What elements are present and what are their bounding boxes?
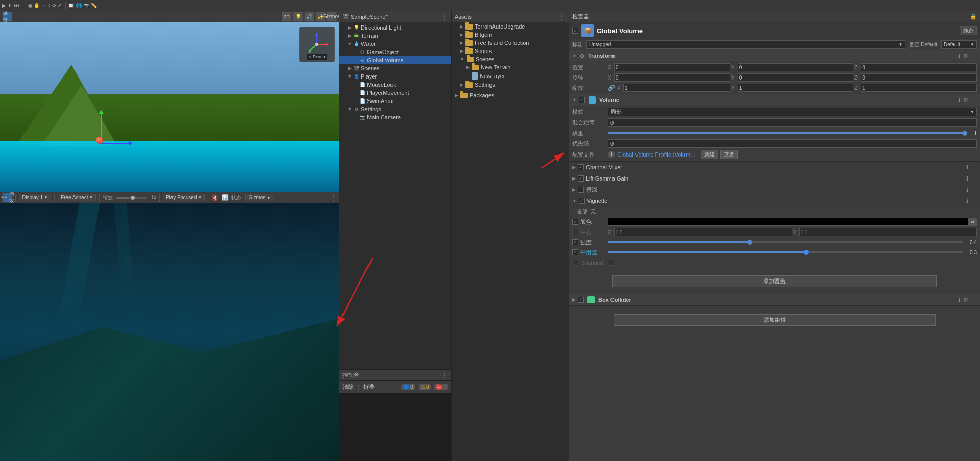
channel-mixer-checkbox[interactable]: ✓: [578, 164, 584, 170]
clear-btn[interactable]: 清除: [342, 383, 354, 391]
hierarchy-item-swimarea[interactable]: 📄 SwimArea: [339, 97, 451, 105]
game-canvas[interactable]: [0, 203, 339, 461]
dof-info-icon[interactable]: ℹ: [966, 187, 968, 193]
layer-dropdown[interactable]: Default ▼: [941, 40, 977, 49]
box-collider-checkbox[interactable]: ✓: [578, 297, 584, 303]
play-focused-btn[interactable]: Play Focused ▼: [163, 194, 205, 201]
vignette-header[interactable]: ▼ ✓ Vignette ℹ ⋮: [569, 195, 980, 207]
rot-y-input[interactable]: [738, 73, 854, 82]
mode-dropdown[interactable]: 局部 ▼: [608, 108, 977, 116]
transform-header[interactable]: ▼ ⊕ Transform ℹ ⚙ ⋮: [569, 50, 980, 61]
transform-info-icon[interactable]: ℹ: [958, 53, 960, 59]
assets-item-new-terrain[interactable]: ▶ New Terrain: [452, 63, 569, 71]
rot-x-input[interactable]: [614, 73, 730, 82]
object-active-checkbox[interactable]: ✓: [572, 28, 578, 34]
intensity-slider-track[interactable]: [608, 241, 963, 243]
scene-tab[interactable]: 场景: [2, 12, 12, 22]
console-tab-label[interactable]: 控制台: [342, 371, 359, 379]
lgg-more-icon[interactable]: ⋮: [971, 175, 977, 182]
console-more-btn[interactable]: ⋮: [441, 371, 448, 379]
transform-more-icon[interactable]: ⋮: [971, 53, 977, 59]
blend-dist-input[interactable]: [608, 118, 977, 127]
hierarchy-item-mouselook[interactable]: 📄 MouseLook: [339, 81, 451, 89]
assets-item-settings[interactable]: ▶ Settings: [452, 81, 569, 89]
rounded-value-checkbox[interactable]: [608, 260, 614, 266]
scale-y-input[interactable]: [738, 84, 854, 92]
hierarchy-more-btn[interactable]: ⋮: [441, 13, 448, 21]
vig-more-icon[interactable]: ⋮: [971, 198, 977, 204]
hierarchy-item-maincamera[interactable]: 📷 Main Camera: [339, 113, 451, 121]
channel-mixer-header[interactable]: ▶ ✓ Channel Mixer ℹ ⋮: [569, 162, 980, 173]
static-badge[interactable]: 静态: [960, 26, 977, 35]
persp-label[interactable]: < Persp: [307, 54, 327, 60]
hierarchy-item-directional-light[interactable]: ▶ 💡 Directional Light: [339, 23, 451, 32]
inspector-lock-icon[interactable]: 🔒: [970, 13, 977, 20]
bc-menu-icon[interactable]: ⚙: [963, 297, 968, 303]
color-checkbox[interactable]: ✓: [572, 219, 578, 225]
pos-z-input[interactable]: [861, 63, 977, 71]
hierarchy-item-scenes[interactable]: ▶ 🎬 Scenes: [339, 64, 451, 72]
volume-active-checkbox[interactable]: ✓: [579, 97, 585, 103]
box-collider-header[interactable]: ▶ ✓ Box Collider ℹ ⚙ ⋮: [569, 294, 980, 305]
display-btn[interactable]: Display 1 ▼: [19, 194, 51, 201]
depth-field-header[interactable]: ▶ 景深 ℹ ⋮: [569, 184, 980, 195]
volume-menu-icon[interactable]: ⚙: [963, 97, 968, 104]
vignette-main-checkbox[interactable]: ✓: [579, 198, 585, 204]
hierarchy-item-terrain[interactable]: ▶ 🏔 Terrain: [339, 32, 451, 40]
lgg-info-icon[interactable]: ℹ: [966, 175, 968, 182]
audio-btn[interactable]: 🔊: [304, 12, 314, 22]
2d-btn[interactable]: 2D: [282, 12, 292, 22]
profile-link[interactable]: Global Volume Profile (Volume Pro: [617, 151, 699, 158]
assets-item-scripts[interactable]: ▶ Scripts: [452, 47, 569, 55]
stats-btn[interactable]: 📊: [222, 194, 229, 201]
pos-x-input[interactable]: [614, 63, 730, 71]
none-label[interactable]: 无: [591, 208, 596, 215]
assets-item-free-island[interactable]: ▶ Free Island Collection: [452, 39, 569, 47]
volume-more-icon[interactable]: ⋮: [971, 97, 977, 104]
hierarchy-item-global-volume[interactable]: ◉ Global Volume: [339, 56, 451, 64]
transform-menu-icon[interactable]: ⚙: [963, 53, 968, 59]
weight-slider-track[interactable]: [608, 132, 965, 134]
collapse-btn[interactable]: 折叠: [363, 383, 375, 391]
lift-gamma-checkbox[interactable]: ✓: [578, 175, 584, 182]
light-btn[interactable]: 💡: [293, 12, 303, 22]
hierarchy-item-gameobject[interactable]: ⬡ GameObject: [339, 48, 451, 56]
smoothness-slider-track[interactable]: [608, 251, 963, 253]
assets-item-terrain-autoupgrade[interactable]: ▶ TerrainAutoUpgrade: [452, 22, 569, 31]
hierarchy-item-player[interactable]: ▼ 👤 Player: [339, 72, 451, 81]
volume-info-icon[interactable]: ℹ: [958, 97, 960, 104]
volume-header[interactable]: ▼ ✓ Volume ℹ ⚙ ⋮: [569, 94, 980, 106]
assets-item-scenes[interactable]: ▼ Scenes: [452, 55, 569, 63]
scene-gizmos[interactable]: Gizmos: [327, 12, 337, 22]
intensity-checkbox[interactable]: ✓: [572, 239, 578, 245]
lift-gamma-header[interactable]: ▶ ✓ Lift Gamma Gain ℹ ⋮: [569, 173, 980, 184]
dof-more-icon[interactable]: ⋮: [971, 187, 977, 193]
bc-more-icon[interactable]: ⋮: [971, 297, 977, 303]
hierarchy-item-settings[interactable]: ▼ ⚙ Settings: [339, 105, 451, 113]
dof-checkbox[interactable]: [578, 187, 584, 193]
assets-more-btn[interactable]: ⋮: [558, 13, 566, 21]
profile-new-btn[interactable]: 新建: [701, 150, 718, 159]
center-x-input[interactable]: [614, 228, 792, 236]
assets-item-bitgem[interactable]: ▶ Bitgem: [452, 31, 569, 39]
assets-item-packages[interactable]: ▶ Packages: [452, 91, 569, 99]
bc-info-icon[interactable]: ℹ: [958, 297, 960, 303]
vignette-color-bar[interactable]: [608, 218, 969, 226]
pos-y-input[interactable]: [738, 63, 854, 71]
assets-tab-label[interactable]: Assets: [455, 14, 472, 20]
scale-x-input[interactable]: [623, 84, 730, 92]
tag-dropdown[interactable]: Untagged ▼: [586, 40, 905, 49]
smoothness-checkbox[interactable]: ✓: [572, 249, 578, 255]
center-y-input[interactable]: [799, 228, 977, 236]
priority-input[interactable]: [608, 139, 977, 148]
profile-clone-btn[interactable]: 克隆: [720, 150, 738, 159]
gizmos-btn[interactable]: Gizmos ▼: [245, 194, 274, 201]
scene-canvas[interactable]: < Persp: [0, 22, 339, 192]
assets-item-new-layer[interactable]: ▶ NewLayer: [452, 71, 569, 81]
vig-info-icon[interactable]: ℹ: [966, 198, 968, 204]
scale-z-input[interactable]: [861, 84, 977, 92]
cm-more-icon[interactable]: ⋮: [971, 164, 977, 171]
add-component-btn[interactable]: 添加组件: [614, 314, 936, 326]
cm-info-icon[interactable]: ℹ: [966, 164, 968, 171]
mute-btn[interactable]: 🔇: [211, 194, 219, 201]
